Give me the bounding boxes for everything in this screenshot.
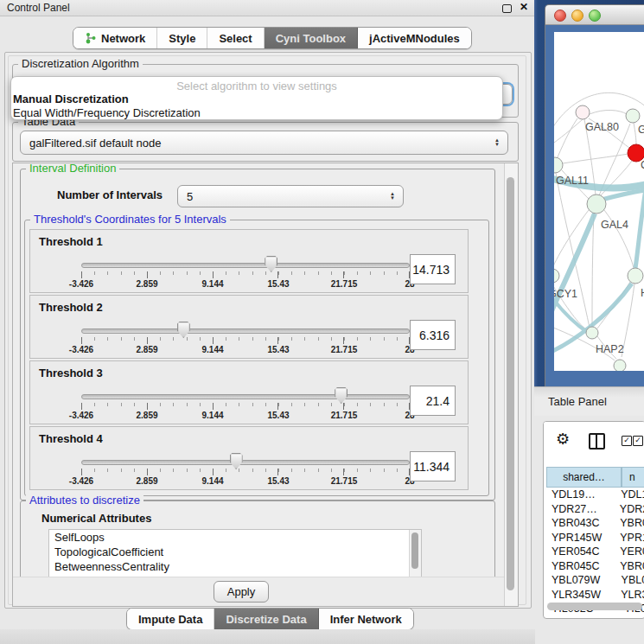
tab-infer-network[interactable]: Infer Network (319, 609, 413, 629)
numerical-attributes-list[interactable]: SelfLoops TopologicalCoefficient Between… (48, 529, 422, 581)
tab-impute-data-label: Impute Data (138, 613, 202, 626)
table-row[interactable]: YPR145WYPR1 (546, 531, 644, 545)
stepper-icon: ▲▼ (390, 192, 395, 201)
tab-impute-data[interactable]: Impute Data (127, 609, 214, 629)
attributes-group-title: Attributes to discretize (26, 494, 143, 507)
node-gal80[interactable] (576, 105, 590, 119)
table-data-combobox[interactable]: galFiltered.sif default node ▲▼ (20, 131, 508, 155)
node-label-gal80: GAL80 (585, 121, 619, 133)
close-traffic-light-icon[interactable] (554, 10, 566, 22)
node-h[interactable] (628, 268, 643, 284)
table-row[interactable]: YBR045CYBR0 (546, 559, 644, 574)
tab-style[interactable]: Style (157, 28, 207, 48)
control-panel-title: Control Panel (7, 2, 70, 14)
table-row[interactable]: YBR043CYBR0 (546, 516, 644, 531)
node-top-right[interactable] (626, 109, 640, 123)
settings-scrollbar[interactable] (504, 163, 518, 606)
tab-network[interactable]: Network (73, 28, 157, 48)
algorithm-option-equal-width[interactable]: Equal Width/Frequency Discretization (11, 106, 502, 120)
threshold-3-panel: Threshold 3 -3.426 2.859 9.144 15.43 21.… (29, 360, 469, 424)
slider-thumb[interactable] (177, 322, 190, 338)
algorithm-placeholder: Select algorithm to view settings (11, 80, 502, 92)
node-label-c-partial: C (641, 159, 644, 171)
threshold-3-slider[interactable]: -3.426 2.859 9.144 15.43 21.715 28 (81, 391, 410, 422)
column-header-shared[interactable]: shared… (546, 467, 622, 488)
zoom-traffic-light-icon[interactable] (589, 10, 601, 22)
list-item[interactable]: BetweennessCentrality (49, 559, 421, 574)
table-header-row: shared… n (546, 467, 644, 488)
control-panel-titlebar: Control Panel ✕ (0, 0, 535, 16)
settings-scrollpane: Interval Definition Number of Intervals … (12, 163, 519, 607)
threshold-1-panel: Threshold 1 -3.426 2.859 9.144 15.43 21.… (29, 229, 469, 293)
threshold-4-value-field[interactable]: 11.344 (410, 451, 456, 481)
node-gal4[interactable] (587, 194, 606, 214)
table-horizontal-scrollbar[interactable] (547, 603, 642, 610)
close-icon[interactable]: ✕ (520, 1, 528, 13)
tab-select[interactable]: Select (207, 28, 264, 48)
threshold-4-label: Threshold 4 (39, 432, 103, 445)
table-panel-titlebar: Table Panel (534, 386, 644, 416)
num-intervals-combobox[interactable]: 5 ▲▼ (177, 185, 404, 207)
table-row[interactable]: YDR27…YDR2 (546, 502, 644, 517)
node-hap2[interactable] (586, 327, 598, 339)
list-item[interactable]: TopologicalCoefficient (49, 545, 421, 559)
slider-thumb[interactable] (265, 256, 277, 272)
bottom-strip (0, 629, 535, 644)
node-label-gal4: GAL4 (601, 219, 628, 231)
node-gcy1[interactable] (554, 269, 559, 283)
node-gal11[interactable] (554, 157, 563, 173)
threshold-2-label: Threshold 2 (39, 301, 103, 314)
app-root: Control Panel ✕ Network Style Select Cyn… (0, 0, 644, 644)
slider-track (81, 460, 410, 465)
table-row[interactable]: YBL079WYBL0 (546, 573, 644, 588)
table-row[interactable]: YLR345WYLR3 (546, 588, 644, 603)
threshold-3-label: Threshold 3 (39, 367, 103, 379)
network-window-titlebar (545, 5, 644, 25)
tab-discretize-data-label: Discretize Data (226, 613, 306, 626)
table-row[interactable]: YER054CYER0 (546, 545, 644, 559)
gear-icon[interactable]: ⚙ (556, 430, 570, 449)
slider-track (81, 263, 410, 268)
tab-select-label: Select (219, 32, 252, 45)
tab-cyni-toolbox-label: Cyni Toolbox (276, 32, 346, 45)
network-canvas[interactable]: GAL80 G C GAL11 GAL4 GCY1 H HAP2 (554, 32, 644, 371)
tab-jactivemnodules[interactable]: jActiveMNodules (358, 28, 471, 48)
table-toolbar: ⚙ ✓ ✓ (544, 422, 644, 463)
num-intervals-label: Number of Intervals (57, 188, 163, 201)
table-data-group: Table Data galFiltered.sif default node … (12, 122, 519, 162)
slider-thumb[interactable] (230, 453, 243, 469)
tab-infer-network-label: Infer Network (330, 613, 402, 626)
threshold-2-panel: Threshold 2 -3.426 2.859 9.144 15.43 21.… (29, 295, 469, 359)
threshold-1-slider[interactable]: -3.426 2.859 9.144 15.43 21.715 28 (81, 259, 410, 290)
cyni-bottom-tabs: Impute Data Discretize Data Infer Networ… (126, 608, 414, 630)
threshold-2-slider[interactable]: -3.426 2.859 9.144 15.43 21.715 28 (81, 325, 410, 356)
slider-scale: -3.426 2.859 9.144 21.715 15.43 28 (81, 476, 410, 487)
tab-style-label: Style (169, 32, 195, 45)
threshold-1-value-field[interactable]: 14.713 (410, 254, 456, 284)
slider-track (81, 394, 410, 399)
list-item[interactable]: SelfLoops (49, 530, 421, 545)
tab-cyni-toolbox[interactable]: Cyni Toolbox (265, 28, 358, 48)
threshold-4-slider[interactable]: -3.426 2.859 9.144 21.715 15.43 28 (81, 456, 410, 488)
slider-thumb[interactable] (335, 387, 348, 404)
threshold-2-value-field[interactable]: 6.316 (410, 320, 456, 350)
attributes-list-scrollbar[interactable] (409, 530, 421, 580)
network-graph: GAL80 G C GAL11 GAL4 GCY1 H HAP2 (554, 32, 644, 371)
algorithm-option-manual[interactable]: Manual Discretization (11, 92, 502, 106)
node-bottom[interactable] (614, 360, 626, 371)
column-header-name[interactable]: n (622, 467, 644, 488)
minimize-traffic-light-icon[interactable] (571, 10, 583, 22)
table-row[interactable]: YDL19…YDL1 (546, 488, 644, 502)
checkbox-icon[interactable]: ✓ (622, 436, 632, 446)
checkbox-icon[interactable]: ✓ (633, 436, 643, 446)
threshold-3-value-field[interactable]: 21.4 (410, 386, 456, 416)
table-panel: ⚙ ✓ ✓ shared… n YDL19…YDL1 YDR27…YDR2 YB… (543, 421, 644, 619)
columns-icon[interactable] (589, 433, 605, 450)
threshold-4-panel: Threshold 4 -3.426 2.859 9.144 21.715 15… (29, 426, 469, 490)
tab-discretize-data[interactable]: Discretize Data (214, 609, 318, 629)
table-rows: YDL19…YDL1 YDR27…YDR2 YBR043CYBR0 YPR145… (546, 488, 644, 618)
threshold-1-label: Threshold 1 (39, 235, 103, 248)
apply-button[interactable]: Apply (214, 581, 269, 603)
float-window-icon[interactable] (502, 4, 512, 13)
slider-scale: -3.426 2.859 9.144 15.43 21.715 28 (81, 279, 410, 290)
